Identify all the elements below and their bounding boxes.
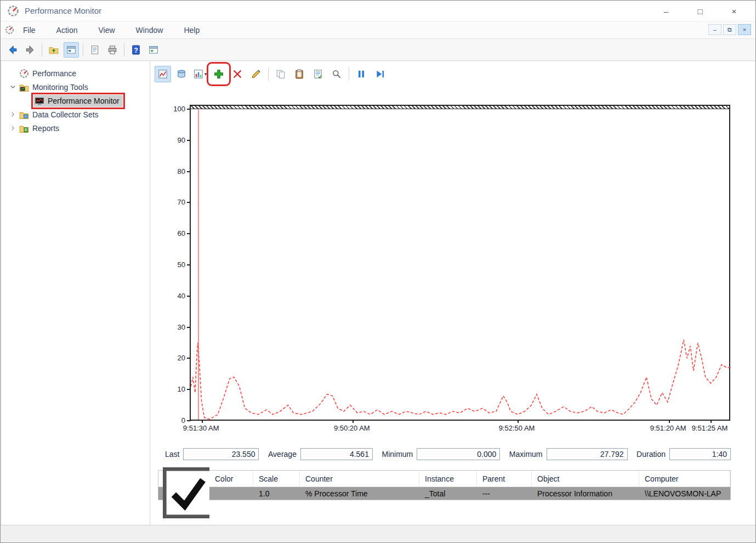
view-log-data-button[interactable] (173, 66, 190, 82)
add-counter-button[interactable] (211, 66, 227, 82)
export-list-button[interactable] (87, 42, 103, 58)
y-tick-label: 100 (163, 105, 185, 113)
tree-item-performance-monitor-core[interactable]: Performance Monitor (33, 95, 123, 107)
tree-item-reports[interactable]: Reports (2, 121, 150, 135)
back-icon (8, 45, 18, 55)
minimize-button[interactable]: – (649, 1, 683, 21)
tree-item-monitoring-tools-core[interactable]: Monitoring Tools (18, 81, 92, 93)
help-button[interactable]: ? (128, 42, 144, 58)
chart-plot-area (190, 105, 730, 421)
up-one-level-button[interactable] (46, 42, 61, 58)
y-tick-label: 0 (163, 416, 185, 425)
mdi-close-button[interactable]: × (738, 24, 751, 35)
column-header-instance: Instance (419, 471, 477, 487)
folder-report-icon (19, 123, 29, 133)
chevron-down-icon[interactable] (7, 84, 18, 90)
toolbar-separator (83, 43, 83, 56)
log-data-icon (177, 69, 186, 79)
mdi-restore-button[interactable]: ⧉ (723, 24, 736, 35)
paste-icon (294, 69, 304, 79)
parent-cell: --- (477, 489, 532, 498)
print-button[interactable] (105, 42, 120, 58)
scale-cell: 1.0 (253, 489, 300, 498)
delete-counter-button[interactable] (229, 66, 246, 82)
show-checkbox[interactable] (158, 467, 209, 520)
tree-item-data-collector-sets-label: Data Collector Sets (32, 110, 99, 119)
menu-bar: FileActionViewWindowHelp –⧉× (1, 21, 755, 39)
update-data-button[interactable] (372, 66, 388, 82)
back-button[interactable] (5, 42, 20, 58)
y-tick-mark (187, 358, 191, 359)
counter-cell: % Processor Time (300, 489, 419, 498)
toolbar-separator (124, 43, 124, 56)
x-tick-label: 9:52:50 AM (499, 424, 535, 432)
help-icon: ? (131, 45, 141, 55)
y-tick-mark (187, 420, 191, 421)
tree-item-performance-monitor-label: Performance Monitor (48, 97, 120, 105)
y-tick-mark (187, 202, 191, 203)
forward-button[interactable] (22, 42, 38, 58)
view-current-activity-button[interactable] (155, 66, 171, 82)
stat-last-value: 23.550 (183, 448, 259, 460)
computer-cell: \\LENOVOSMON-LAP (639, 489, 730, 498)
checkbox-checked-icon[interactable] (163, 511, 209, 520)
console-tree-pane: PerformanceMonitoring ToolsPerformance M… (2, 61, 150, 525)
legend-counter-row[interactable]: 1.0% Processor Time_Total---Processor In… (158, 487, 730, 500)
menu-view[interactable]: View (96, 25, 117, 36)
folder-data-icon (19, 110, 29, 120)
show-console-tree-button[interactable] (64, 42, 79, 58)
tree-item-monitoring-tools-label: Monitoring Tools (32, 83, 88, 92)
color-swatch (209, 489, 253, 498)
chart-type-icon (194, 69, 203, 79)
y-tick-label: 50 (163, 261, 185, 269)
counter-legend-table: ShowColorScaleCounterInstanceParentObjec… (158, 470, 731, 500)
mdi-minimize-button[interactable]: – (708, 24, 721, 35)
tree-item-performance-core[interactable]: Performance (18, 67, 79, 80)
zoom-button[interactable] (328, 66, 345, 82)
y-tick-mark (187, 327, 191, 328)
pencil-icon (251, 69, 261, 79)
zoom-icon (332, 69, 342, 79)
chevron-right-icon[interactable] (7, 111, 18, 117)
delete-icon (232, 69, 242, 79)
y-tick-mark (187, 264, 191, 265)
x-tick-mark (202, 420, 203, 423)
perf-root-icon (19, 69, 29, 78)
close-button[interactable]: × (717, 1, 751, 21)
dropdown-arrow-icon: ▾ (204, 71, 207, 77)
chevron-right-icon[interactable] (7, 125, 18, 131)
new-window-button[interactable] (146, 42, 161, 58)
stat-average-value: 4.561 (300, 448, 373, 460)
chart-toolbar: ▾ (155, 66, 390, 82)
performance-monitor-window: Performance Monitor –□× FileActionViewWi… (0, 0, 756, 543)
change-graph-type-button[interactable]: ▾ (192, 66, 208, 82)
tree-item-data-collector-sets[interactable]: Data Collector Sets (2, 108, 150, 121)
menu-window[interactable]: Window (134, 25, 166, 36)
freeze-display-button[interactable] (353, 66, 370, 82)
tree-item-monitoring-tools[interactable]: Monitoring Tools (2, 80, 150, 94)
value-bar: Last23.550Average4.561Minimum0.000Maximu… (165, 448, 731, 460)
processor-time-curve (191, 105, 731, 421)
x-tick-mark (669, 420, 670, 423)
y-tick-mark (187, 171, 191, 172)
highlight-button[interactable] (248, 66, 264, 82)
menu-action[interactable]: Action (54, 25, 80, 36)
stat-minimum-value: 0.000 (417, 448, 500, 460)
maximize-button[interactable]: □ (683, 1, 717, 21)
menu-file[interactable]: File (21, 25, 38, 36)
stat-maximum-value: 27.792 (547, 448, 628, 460)
instance-cell: _Total (419, 489, 477, 498)
add-icon (214, 69, 224, 79)
tree-item-data-collector-sets-core[interactable]: Data Collector Sets (18, 109, 102, 121)
copy-properties-button[interactable] (272, 66, 289, 82)
tree-item-performance[interactable]: Performance (2, 66, 150, 80)
tree-item-reports-core[interactable]: Reports (18, 122, 62, 134)
properties-button[interactable] (310, 66, 326, 82)
tree-item-performance-monitor[interactable]: Performance Monitor (2, 94, 150, 108)
y-tick-label: 40 (163, 292, 185, 300)
folder-chart-icon (19, 82, 29, 92)
toolbar-separator (42, 43, 42, 56)
properties-icon (313, 69, 323, 79)
paste-counter-list-button[interactable] (291, 66, 308, 82)
menu-help[interactable]: Help (181, 25, 202, 36)
